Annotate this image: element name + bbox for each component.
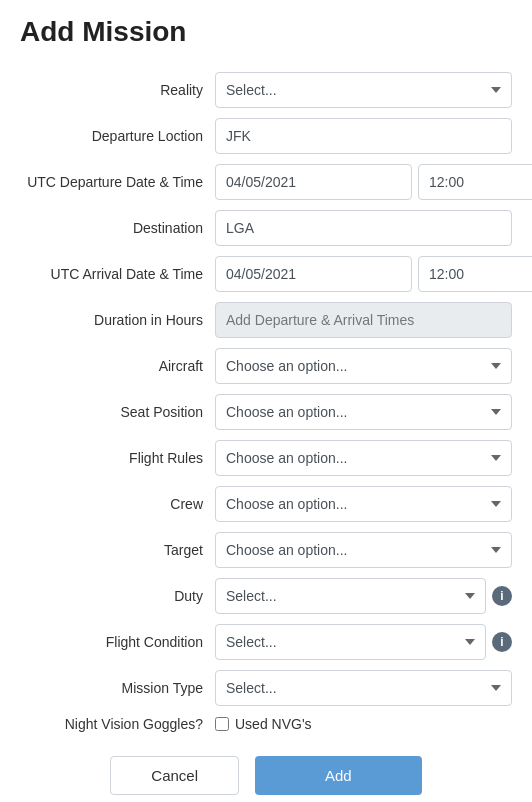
cancel-button[interactable]: Cancel — [110, 756, 239, 795]
departure-location-row: Departure Loction — [20, 118, 512, 154]
target-label: Target — [20, 542, 215, 558]
utc-arrival-date-input[interactable] — [215, 256, 412, 292]
add-button[interactable]: Add — [255, 756, 422, 795]
aircraft-row: Aircraft Choose an option... — [20, 348, 512, 384]
nvg-checkbox-label: Used NVG's — [235, 716, 312, 732]
crew-row: Crew Choose an option... — [20, 486, 512, 522]
reality-select[interactable]: Select... — [215, 72, 512, 108]
flight-rules-row: Flight Rules Choose an option... — [20, 440, 512, 476]
flight-rules-select[interactable]: Choose an option... — [215, 440, 512, 476]
mission-type-row: Mission Type Select... — [20, 670, 512, 706]
destination-label: Destination — [20, 220, 215, 236]
flight-condition-info-icon[interactable]: i — [492, 632, 512, 652]
aircraft-select[interactable]: Choose an option... — [215, 348, 512, 384]
flight-rules-label: Flight Rules — [20, 450, 215, 466]
utc-departure-datetime-group — [215, 164, 532, 200]
duty-select[interactable]: Select... — [215, 578, 486, 614]
utc-departure-time-input[interactable] — [418, 164, 532, 200]
page-title: Add Mission — [20, 16, 512, 48]
utc-departure-date-input[interactable] — [215, 164, 412, 200]
destination-input[interactable] — [215, 210, 512, 246]
mission-type-select[interactable]: Select... — [215, 670, 512, 706]
seat-position-select[interactable]: Choose an option... — [215, 394, 512, 430]
duration-input — [215, 302, 512, 338]
duty-with-icon: Select... i — [215, 578, 512, 614]
flight-condition-select[interactable]: Select... — [215, 624, 486, 660]
nvg-checkbox-area: Used NVG's — [215, 716, 312, 732]
duty-label: Duty — [20, 588, 215, 604]
duty-info-icon[interactable]: i — [492, 586, 512, 606]
reality-row: Reality Select... — [20, 72, 512, 108]
utc-arrival-label: UTC Arrival Date & Time — [20, 266, 215, 282]
duration-label: Duration in Hours — [20, 312, 215, 328]
crew-label: Crew — [20, 496, 215, 512]
utc-departure-label: UTC Departure Date & Time — [20, 174, 215, 190]
utc-departure-row: UTC Departure Date & Time — [20, 164, 512, 200]
mission-type-label: Mission Type — [20, 680, 215, 696]
seat-position-row: Seat Position Choose an option... — [20, 394, 512, 430]
flight-condition-row: Flight Condition Select... i — [20, 624, 512, 660]
nvg-row: Night Vision Goggles? Used NVG's — [20, 716, 512, 732]
nvg-checkbox[interactable] — [215, 717, 229, 731]
duty-row: Duty Select... i — [20, 578, 512, 614]
add-mission-form: Reality Select... Departure Loction UTC … — [20, 72, 512, 795]
target-row: Target Choose an option... — [20, 532, 512, 568]
utc-arrival-time-input[interactable] — [418, 256, 532, 292]
duration-row: Duration in Hours — [20, 302, 512, 338]
destination-row: Destination — [20, 210, 512, 246]
aircraft-label: Aircraft — [20, 358, 215, 374]
flight-condition-with-icon: Select... i — [215, 624, 512, 660]
departure-location-input[interactable] — [215, 118, 512, 154]
nvg-label: Night Vision Goggles? — [20, 716, 215, 732]
flight-condition-label: Flight Condition — [20, 634, 215, 650]
departure-location-label: Departure Loction — [20, 128, 215, 144]
crew-select[interactable]: Choose an option... — [215, 486, 512, 522]
utc-arrival-datetime-group — [215, 256, 532, 292]
utc-arrival-row: UTC Arrival Date & Time — [20, 256, 512, 292]
form-actions: Cancel Add — [20, 756, 512, 795]
target-select[interactable]: Choose an option... — [215, 532, 512, 568]
reality-label: Reality — [20, 82, 215, 98]
seat-position-label: Seat Position — [20, 404, 215, 420]
